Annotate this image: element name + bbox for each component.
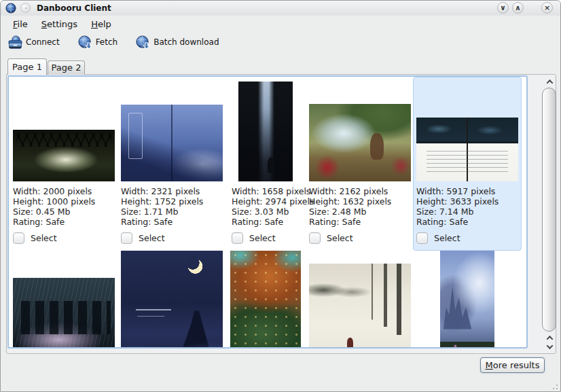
thumbnail-snowy-forest-girl[interactable] — [309, 264, 411, 349]
height-label: Height: 3633 pixels — [416, 196, 499, 207]
scrollbar-up-arrow-icon[interactable] — [543, 333, 556, 342]
rating-label: Rating: Safe — [309, 217, 391, 227]
card-1-select-row: Select — [13, 232, 57, 244]
drawer-connect-icon — [7, 35, 23, 50]
results-panel: Width: 2000 pixels Height: 1000 pixels S… — [6, 74, 556, 354]
thumbnail-fantasy-painting[interactable] — [309, 104, 411, 181]
globe-download-icon — [77, 35, 93, 50]
height-label: Height: 2974 pixels — [232, 196, 314, 207]
rating-label: Rating: Safe — [416, 217, 499, 227]
fetch-label: Fetch — [96, 37, 118, 47]
titlebar: Danbooru Client ∨ ∧ × — [1, 1, 560, 16]
maximize-button[interactable]: ∧ — [512, 2, 524, 14]
window-menu-icon — [20, 3, 31, 13]
menu-help[interactable]: Help — [84, 18, 118, 31]
card-4-select-row: Select — [309, 232, 353, 244]
batch-download-label: Batch download — [153, 37, 219, 47]
select-label: Select — [434, 233, 460, 243]
width-label: Width: 2000 pixels — [13, 186, 95, 196]
fetch-button[interactable]: Fetch — [75, 33, 121, 52]
select-checkbox[interactable] — [416, 232, 428, 244]
menu-settings[interactable]: Settings — [35, 18, 84, 31]
thumbnail-crescent-moon-power-tower[interactable] — [121, 251, 223, 349]
toolbar: Connect Fetch Batch download — [1, 32, 560, 52]
rating-label: Rating: Safe — [13, 217, 95, 227]
thumbnail-dark-alley[interactable] — [238, 82, 293, 181]
select-checkbox[interactable] — [232, 232, 243, 244]
menu-file[interactable]: File — [6, 18, 35, 31]
card-3-select-row: Select — [232, 232, 276, 244]
height-label: Height: 1752 pixels — [121, 196, 203, 207]
width-label: Width: 1658 pixels — [232, 186, 314, 196]
card-3-meta: Width: 1658 pixels Height: 2974 pixels S… — [232, 186, 314, 227]
select-label: Select — [31, 233, 57, 243]
more-results-label: More results — [481, 358, 544, 372]
card-1-meta: Width: 2000 pixels Height: 1000 pixels S… — [13, 186, 95, 227]
width-label: Width: 2162 pixels — [309, 186, 391, 196]
more-results-button[interactable]: More results — [480, 357, 545, 373]
select-label: Select — [249, 233, 276, 243]
menubar: File Settings Help — [1, 16, 560, 32]
rating-label: Rating: Safe — [121, 217, 203, 227]
minimize-button[interactable]: ∨ — [497, 2, 509, 14]
width-label: Width: 5917 pixels — [416, 186, 499, 196]
select-label: Select — [327, 233, 353, 243]
width-label: Width: 2321 pixels — [121, 186, 203, 196]
size-label: Size: 2.48 Mb — [309, 207, 391, 217]
size-label: Size: 1.71 Mb — [121, 207, 203, 217]
connect-button[interactable]: Connect — [5, 33, 62, 52]
size-label: Size: 3.03 Mb — [232, 207, 314, 217]
close-button[interactable]: × — [541, 2, 553, 14]
thumbnail-grid-viewport: Width: 2000 pixels Height: 1000 pixels S… — [7, 75, 528, 349]
card-5-meta: Width: 5917 pixels Height: 3633 pixels S… — [416, 186, 499, 227]
select-label: Select — [139, 233, 165, 243]
card-5-select-row: Select — [416, 232, 460, 244]
card-4-meta: Width: 2162 pixels Height: 1632 pixels S… — [309, 186, 391, 227]
resize-grip[interactable] — [550, 382, 558, 390]
thumbnail-rainy-city-skyline[interactable] — [13, 278, 115, 349]
window-title: Danbooru Client — [37, 3, 111, 13]
scrollbar-up-arrow-icon[interactable] — [543, 77, 556, 86]
select-checkbox[interactable] — [121, 232, 132, 244]
select-checkbox[interactable] — [13, 232, 24, 244]
batch-download-button[interactable]: Batch download — [132, 33, 221, 52]
thumbnail-fantasy-castle-bridge[interactable] — [440, 251, 494, 349]
height-label: Height: 1632 pixels — [309, 196, 391, 207]
thumbnail-comic-spread[interactable] — [416, 118, 518, 181]
scrollbar-thumb[interactable] — [542, 88, 556, 332]
app-window: Danbooru Client ∨ ∧ × File Settings Help — [0, 0, 561, 392]
tab-page-2[interactable]: Page 2 — [48, 60, 85, 75]
card-2-select-row: Select — [121, 232, 165, 244]
tab-page-1[interactable]: Page 1 — [7, 58, 47, 75]
size-label: Size: 0.45 Mb — [13, 207, 95, 217]
app-globe-icon[interactable] — [5, 3, 16, 14]
thumbnail-colorful-cliff-city[interactable] — [230, 251, 301, 349]
size-label: Size: 7.14 Mb — [416, 207, 499, 217]
thumbnail-warehouse-interior[interactable] — [13, 130, 115, 181]
scrollbar-down-arrow-icon[interactable] — [543, 342, 556, 351]
select-checkbox[interactable] — [309, 232, 321, 244]
connect-label: Connect — [26, 37, 60, 47]
rating-label: Rating: Safe — [232, 217, 314, 227]
thumbnail-night-rooftops[interactable] — [121, 105, 223, 181]
height-label: Height: 1000 pixels — [13, 196, 95, 207]
globe-download-icon — [135, 35, 151, 50]
card-2-meta: Width: 2321 pixels Height: 1752 pixels S… — [121, 186, 203, 227]
